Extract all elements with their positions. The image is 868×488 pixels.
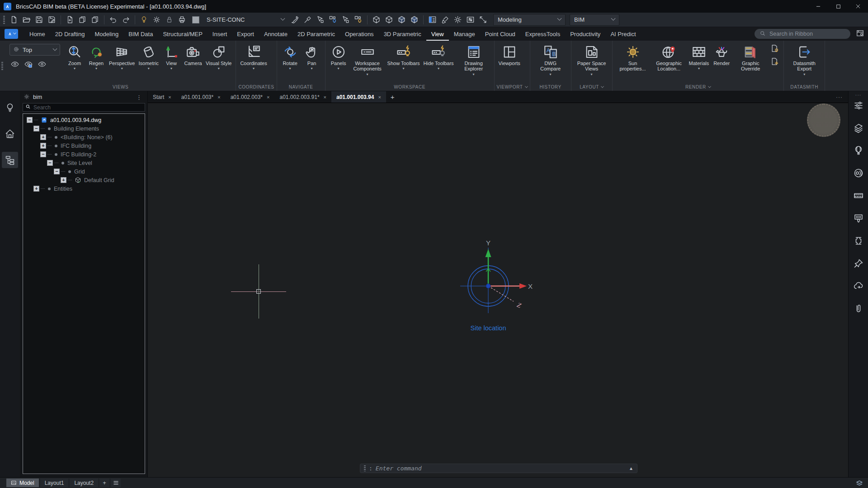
layer-light-button[interactable] xyxy=(138,14,150,26)
wireframe-style-button[interactable] xyxy=(370,14,382,26)
ribbon-search[interactable] xyxy=(755,29,850,39)
command-line-drag-handle[interactable] xyxy=(364,465,366,471)
brightness-button[interactable] xyxy=(151,14,163,26)
cloud-panel-icon[interactable] xyxy=(851,279,866,293)
sun-properties-button[interactable]: Sun properties... xyxy=(615,43,651,77)
tree-item[interactable]: −Site Level xyxy=(23,159,145,167)
tree-item[interactable]: −Grid xyxy=(23,167,145,176)
undo-button[interactable] xyxy=(107,14,119,26)
ribbon-options-icon[interactable] xyxy=(856,29,864,39)
paper-space-views-button[interactable]: Paper Space Views▾ xyxy=(574,43,610,77)
select-entities-button[interactable] xyxy=(314,14,326,26)
home-icon[interactable] xyxy=(2,126,18,142)
tree-expander-icon[interactable]: − xyxy=(47,160,53,166)
toolbar-drag-handle[interactable] xyxy=(3,16,5,24)
tips-icon[interactable] xyxy=(2,99,18,116)
shaded-style-button[interactable] xyxy=(396,14,408,26)
tree-expander-icon[interactable]: + xyxy=(61,177,66,183)
saved-visibility-eye-icon[interactable] xyxy=(24,60,33,70)
preview-eye-icon[interactable] xyxy=(38,60,47,70)
tab-structural-mep[interactable]: Structural/MEP xyxy=(158,27,207,41)
tab-modeling[interactable]: Modeling xyxy=(90,27,123,41)
visibility-eye-icon[interactable] xyxy=(10,60,19,70)
properties-panel-button[interactable] xyxy=(426,14,439,26)
view-button[interactable]: View▾ xyxy=(160,43,182,71)
application-menu-button[interactable] xyxy=(5,29,18,39)
tree-item[interactable]: −a01.001.003.94.dwg xyxy=(23,116,145,124)
perspective-button[interactable]: Perspective▾ xyxy=(107,43,137,71)
tab-bim-data[interactable]: BIM Data xyxy=(123,27,158,41)
clean-screen-button[interactable] xyxy=(477,14,489,26)
dwg-compare-button[interactable]: ABDWG Compare▾ xyxy=(533,43,569,77)
ribbon-drag-handle[interactable] xyxy=(1,62,3,70)
structure-panel-icon[interactable] xyxy=(2,152,18,168)
tree-expander-icon[interactable]: + xyxy=(40,143,46,149)
redo-button[interactable] xyxy=(120,14,132,26)
eyedropper-button[interactable] xyxy=(302,14,314,26)
unisolate-entities-button[interactable] xyxy=(352,14,364,26)
tree-expander-icon[interactable]: − xyxy=(54,169,60,174)
tree-expander-icon[interactable]: − xyxy=(27,117,33,123)
viewports-button[interactable]: Viewports xyxy=(497,43,522,71)
document-tab-a01-001-003-94[interactable]: a01.001.003.94× xyxy=(331,91,386,103)
tab-manage[interactable]: Manage xyxy=(449,27,480,41)
geographic-location-button[interactable]: Geographic Location... xyxy=(651,43,687,77)
tab-point-cloud[interactable]: Point Cloud xyxy=(480,27,520,41)
compositions-panel-icon[interactable] xyxy=(851,189,866,202)
close-icon[interactable]: × xyxy=(217,94,220,100)
materials-button[interactable]: Materials▾ xyxy=(687,43,711,71)
close-button[interactable] xyxy=(848,0,868,13)
match-properties-button[interactable] xyxy=(289,14,301,26)
document-tab-a01-002-003[interactable]: a01.002.003*× xyxy=(226,91,275,103)
close-icon[interactable]: × xyxy=(378,94,381,100)
tips-balloon-icon[interactable] xyxy=(851,144,866,157)
coordinates-button[interactable]: Coordinates▾ xyxy=(238,43,269,71)
settings-button[interactable] xyxy=(452,14,464,26)
document-tab-a01-002-003-91[interactable]: a01.002.003.91*× xyxy=(274,91,331,103)
new-document-tab-button[interactable]: + xyxy=(386,93,399,101)
tab-expresstools[interactable]: ExpressTools xyxy=(520,27,565,41)
tab-operations[interactable]: Operations xyxy=(340,27,379,41)
close-icon[interactable]: × xyxy=(267,94,269,100)
open-file-button[interactable] xyxy=(20,14,33,26)
tree-item[interactable]: +IFC Building xyxy=(23,141,145,150)
tree-item[interactable]: +Entities xyxy=(23,184,145,193)
pan-button[interactable]: Pan▾ xyxy=(301,43,323,71)
isolate-entities-button[interactable] xyxy=(327,14,339,26)
new-file-button[interactable] xyxy=(8,14,20,26)
maximize-button[interactable] xyxy=(828,0,848,13)
model-canvas[interactable]: Y X Z Site location : Enter command ▲ xyxy=(148,103,848,477)
layer-color-swatch[interactable] xyxy=(192,16,199,23)
site-location-label[interactable]: Site location xyxy=(443,324,533,332)
tab-annotate[interactable]: Annotate xyxy=(259,27,292,41)
layer-state-icon[interactable] xyxy=(855,479,863,487)
render-presets-icon[interactable] xyxy=(770,44,779,54)
profile-select[interactable]: BIM xyxy=(570,14,619,26)
minimize-button[interactable] xyxy=(808,0,828,13)
workspace-select[interactable]: Modeling xyxy=(493,14,566,26)
tree-expander-icon[interactable]: − xyxy=(40,151,46,157)
close-icon[interactable]: × xyxy=(324,94,326,100)
graphic-override-button[interactable]: Graphic Override xyxy=(732,43,769,77)
tree-expander-icon[interactable]: + xyxy=(33,186,39,192)
command-history-expand-icon[interactable]: ▲ xyxy=(629,466,633,471)
document-tab-start[interactable]: Start× xyxy=(148,91,176,103)
structure-search[interactable]: Search xyxy=(23,103,145,112)
datasmith-export-button[interactable]: Datasmith Export▾ xyxy=(786,43,822,77)
tree-expander-icon[interactable]: + xyxy=(40,134,46,140)
visual-style-button[interactable]: Visual Style▾ xyxy=(204,43,233,71)
annotation-button[interactable] xyxy=(439,14,451,26)
regen-button[interactable]: Regen▾ xyxy=(85,43,107,71)
panel-config-gear-icon[interactable] xyxy=(24,94,30,101)
tab-overflow-handle[interactable]: ··· xyxy=(836,94,848,100)
layers-panel-icon[interactable] xyxy=(851,121,866,135)
rotate-button[interactable]: Rotate▾ xyxy=(279,43,301,71)
pinned-panel-icon[interactable] xyxy=(851,257,866,270)
render-lights-icon[interactable] xyxy=(770,57,779,67)
panel-bar-handle[interactable]: ··· xyxy=(855,92,862,99)
layer-select[interactable]: S-SITE-CONC xyxy=(203,14,288,26)
command-line[interactable]: : Enter command ▲ xyxy=(360,464,637,473)
tab-export[interactable]: Export xyxy=(232,27,259,41)
print-button[interactable] xyxy=(176,14,188,26)
realistic-style-button[interactable] xyxy=(408,14,420,26)
